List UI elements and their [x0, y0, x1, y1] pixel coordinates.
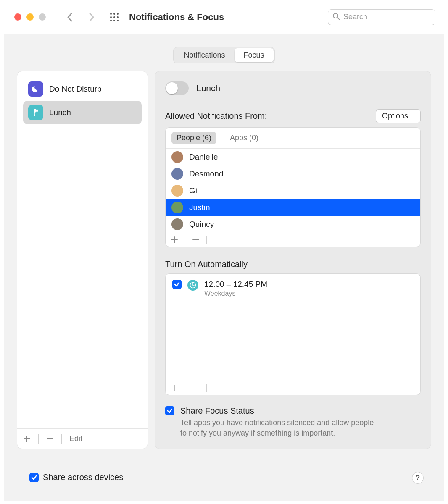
schedule-time: 12:00 – 12:45 PM	[204, 280, 267, 289]
remove-schedule-button[interactable]	[192, 384, 200, 392]
back-button[interactable]	[65, 12, 75, 22]
sidebar-item-do-not-disturb[interactable]: Do Not Disturb	[23, 77, 142, 101]
remove-focus-button[interactable]	[46, 435, 54, 443]
add-focus-button[interactable]	[23, 435, 31, 443]
focus-toggle[interactable]	[165, 81, 189, 95]
share-across-devices-row: Share across devices	[29, 472, 123, 482]
focus-name: Lunch	[196, 83, 220, 93]
share-across-devices-checkbox[interactable]	[29, 473, 39, 482]
avatar	[171, 218, 183, 230]
grid-icon[interactable]	[110, 13, 119, 22]
divider	[206, 384, 207, 392]
svg-line-10	[337, 18, 340, 20]
sidebar-item-label: Do Not Disturb	[49, 84, 102, 94]
people-list: Danielle Desmond Gil Justin	[166, 149, 420, 233]
svg-point-2	[117, 13, 119, 15]
avatar	[171, 185, 183, 197]
search-input[interactable]	[343, 13, 441, 21]
moon-icon	[28, 81, 43, 97]
divider	[61, 434, 62, 444]
tab-focus[interactable]: Focus	[235, 48, 274, 62]
divider	[185, 384, 185, 392]
share-focus-checkbox[interactable]	[165, 406, 174, 415]
schedule-row[interactable]: 12:00 – 12:45 PM Weekdays	[166, 274, 420, 303]
person-row[interactable]: Justin	[166, 199, 420, 216]
window-title: Notifications & Focus	[129, 12, 224, 23]
person-name: Gil	[189, 186, 199, 195]
divider	[38, 434, 39, 444]
share-across-devices-label: Share across devices	[43, 472, 123, 482]
schedule-days: Weekdays	[204, 290, 267, 297]
svg-point-1	[113, 13, 115, 15]
allowed-tab-people[interactable]: People (6)	[171, 132, 216, 144]
auto-box: 12:00 – 12:45 PM Weekdays	[165, 273, 421, 395]
svg-point-8	[117, 20, 119, 21]
segmented-control: Notifications Focus	[173, 47, 274, 63]
allowed-tab-apps[interactable]: Apps (0)	[225, 132, 264, 144]
zoom-window-icon[interactable]	[39, 13, 46, 21]
share-focus-title: Share Focus Status	[180, 406, 382, 416]
avatar	[171, 168, 183, 180]
close-window-icon[interactable]	[14, 13, 21, 21]
allowed-section-title: Allowed Notifications From:	[165, 111, 267, 121]
svg-point-0	[110, 13, 112, 15]
utensils-icon	[28, 105, 43, 120]
svg-point-7	[113, 20, 115, 21]
auto-section-title: Turn On Automatically	[165, 260, 421, 269]
person-name: Danielle	[189, 152, 218, 162]
help-button[interactable]: ?	[412, 472, 424, 484]
titlebar: Notifications & Focus	[4, 0, 444, 34]
svg-point-4	[113, 16, 115, 18]
svg-point-3	[110, 16, 112, 18]
svg-point-6	[110, 20, 112, 21]
person-name: Justin	[189, 203, 210, 212]
person-row[interactable]: Desmond	[166, 165, 420, 182]
search-field[interactable]	[328, 9, 435, 25]
person-row[interactable]: Gil	[166, 182, 420, 199]
person-row[interactable]: Quincy	[166, 216, 420, 233]
allowed-box: People (6) Apps (0) Danielle Desmond	[165, 127, 421, 247]
focus-detail: Lunch Allowed Notifications From: Option…	[155, 71, 431, 449]
sidebar-item-lunch[interactable]: Lunch	[23, 101, 142, 124]
search-icon	[332, 13, 340, 22]
share-focus-description: Tell apps you have notifications silence…	[180, 417, 382, 438]
avatar	[171, 202, 183, 213]
window-controls	[14, 13, 46, 21]
edit-focus-button[interactable]: Edit	[69, 434, 82, 443]
add-person-button[interactable]	[171, 236, 178, 244]
options-button[interactable]: Options...	[376, 109, 421, 123]
person-row[interactable]: Danielle	[166, 149, 420, 165]
avatar	[171, 151, 183, 163]
tab-notifications[interactable]: Notifications	[174, 48, 234, 62]
schedule-checkbox[interactable]	[172, 280, 182, 289]
remove-person-button[interactable]	[192, 236, 200, 244]
svg-point-5	[117, 16, 119, 18]
sidebar-item-label: Lunch	[49, 108, 71, 117]
add-schedule-button[interactable]	[171, 384, 178, 392]
divider	[206, 236, 207, 244]
forward-button[interactable]	[86, 12, 96, 22]
clock-icon	[187, 280, 198, 291]
minimize-window-icon[interactable]	[26, 13, 34, 21]
person-name: Desmond	[189, 169, 223, 178]
person-name: Quincy	[189, 220, 214, 229]
focus-sidebar: Do Not Disturb Lunch	[17, 71, 148, 449]
share-focus-section: Share Focus Status Tell apps you have no…	[165, 406, 421, 438]
divider	[185, 236, 185, 244]
